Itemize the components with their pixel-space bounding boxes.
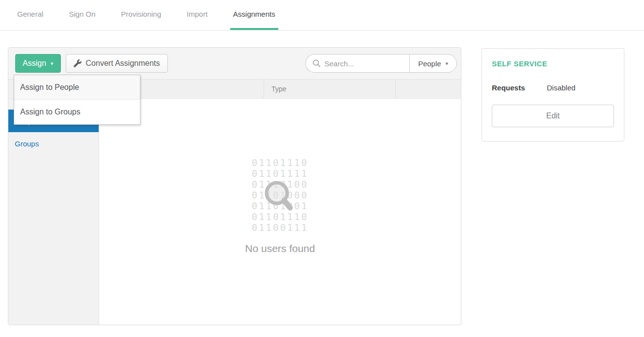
empty-message: No users found — [245, 243, 315, 254]
tab-general[interactable]: General — [17, 10, 43, 30]
tab-sign-on[interactable]: Sign On — [69, 10, 95, 30]
requests-row: Requests Disabled — [492, 84, 614, 92]
assign-menu: Assign to People Assign to Groups — [14, 75, 140, 125]
wrench-icon — [74, 59, 81, 67]
column-header-actions — [395, 80, 461, 98]
search-input-wrapper — [305, 54, 409, 73]
search-icon — [312, 59, 321, 68]
edit-button[interactable]: Edit — [492, 105, 614, 127]
search-scope-dropdown[interactable]: People ▾ — [409, 54, 457, 73]
binary-art: 01101110 01101111 01110100 01101000 0110… — [252, 157, 309, 233]
binary-row: 01101111 — [252, 168, 309, 179]
sidebar-item-groups[interactable]: Groups — [8, 132, 99, 155]
table-body: People Groups 01101110 01101111 01110100… — [8, 99, 461, 325]
self-service-panel: SELF SERVICE Requests Disabled Edit — [482, 48, 624, 141]
tab-provisioning[interactable]: Provisioning — [121, 10, 161, 30]
search-input[interactable] — [324, 59, 403, 68]
assign-menu-item-groups[interactable]: Assign to Groups — [14, 100, 140, 124]
self-service-title: SELF SERVICE — [492, 59, 614, 68]
assign-menu-item-people[interactable]: Assign to People — [14, 75, 140, 100]
search-scope-value: People — [418, 59, 441, 68]
tab-assignments[interactable]: Assignments — [233, 10, 275, 30]
assign-button-label: Assign — [23, 59, 46, 68]
filter-sidebar: People Groups — [8, 99, 99, 325]
assign-button[interactable]: Assign ▾ — [15, 54, 61, 73]
convert-assignments-label: Convert Assignments — [86, 59, 160, 68]
search-group: People ▾ — [305, 54, 457, 73]
column-header-type: Type — [264, 80, 395, 98]
tab-import[interactable]: Import — [187, 10, 208, 30]
binary-row: 01100111 — [252, 222, 309, 233]
convert-assignments-button[interactable]: Convert Assignments — [66, 54, 168, 73]
empty-state: 01101110 01101111 01110100 01101000 0110… — [99, 99, 461, 325]
requests-label: Requests — [492, 84, 547, 92]
chevron-down-icon: ▾ — [446, 61, 449, 66]
magnifier-icon — [264, 180, 295, 215]
requests-value: Disabled — [547, 84, 575, 92]
chevron-down-icon: ▾ — [51, 61, 54, 66]
tab-bar: General Sign On Provisioning Import Assi… — [0, 0, 644, 30]
binary-row: 01101110 — [252, 157, 309, 168]
page: General Sign On Provisioning Import Assi… — [0, 0, 644, 337]
